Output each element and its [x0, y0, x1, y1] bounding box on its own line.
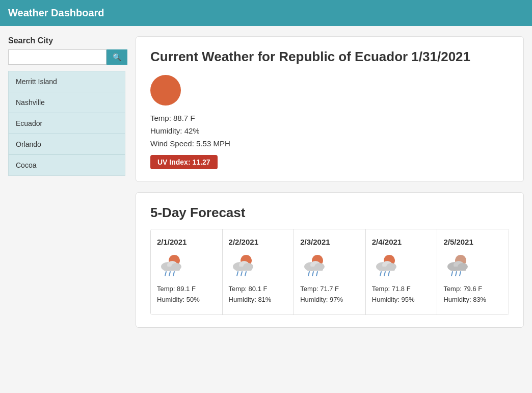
city-item-merritt-island[interactable]: Merritt Island [9, 71, 125, 92]
forecast-icon-4 [372, 252, 401, 278]
search-row: 🔍 [8, 49, 125, 65]
svg-line-7 [173, 272, 174, 276]
uv-index-badge: UV Index: 11.27 [150, 155, 218, 169]
forecast-temp-4: Temp: 71.8 F [372, 285, 431, 293]
city-list: Merritt Island Nashville Ecuador Orlando… [8, 71, 125, 176]
forecast-humidity-3: Humidity: 97% [300, 296, 359, 303]
forecast-humidity-5: Humidity: 83% [443, 296, 502, 303]
app-title: Weather Dashboard [8, 7, 104, 18]
forecast-temp-3: Temp: 71.7 F [300, 285, 359, 293]
forecast-temp-2: Temp: 80.1 F [229, 285, 288, 293]
svg-line-38 [456, 272, 457, 276]
svg-rect-28 [379, 267, 395, 271]
forecast-icon-5 [443, 252, 472, 278]
app-header: Weather Dashboard [0, 0, 532, 26]
search-label: Search City [8, 36, 125, 45]
current-temp: Temp: 88.7 F [150, 114, 509, 122]
forecast-humidity-4: Humidity: 95% [372, 296, 431, 303]
city-item-ecuador[interactable]: Ecuador [9, 113, 125, 134]
svg-line-37 [451, 272, 453, 276]
city-item-nashville[interactable]: Nashville [9, 92, 125, 113]
forecast-temp-5: Temp: 79.6 F [443, 285, 502, 293]
svg-rect-20 [307, 267, 323, 271]
svg-line-15 [245, 272, 246, 276]
svg-line-23 [316, 272, 317, 276]
forecast-day-1: 2/1/2021 [151, 229, 223, 315]
forecast-day-5: 2/5/2021 [437, 229, 509, 315]
forecast-day-4: 2/4/2021 Temp: 71.8 F [366, 229, 438, 315]
sidebar: Search City 🔍 Merritt Island Nashville E… [8, 36, 125, 328]
forecast-icon-3 [300, 252, 329, 278]
current-humidity: Humidity: 42% [150, 126, 509, 135]
weather-sun-icon [150, 75, 181, 106]
svg-line-13 [237, 272, 238, 276]
forecast-humidity-1: Humidity: 50% [157, 296, 216, 303]
forecast-date-2: 2/2/2021 [229, 238, 288, 246]
content-area: Current Weather for Republic of Ecuador … [136, 36, 524, 328]
svg-rect-12 [235, 267, 252, 271]
current-weather-card: Current Weather for Republic of Ecuador … [136, 36, 524, 182]
svg-line-39 [460, 272, 461, 276]
city-item-cocoa[interactable]: Cocoa [9, 155, 125, 175]
svg-line-5 [165, 272, 166, 276]
forecast-card: 5-Day Forecast 2/1/2021 [136, 192, 524, 328]
svg-line-31 [388, 272, 389, 276]
forecast-humidity-2: Humidity: 81% [229, 296, 288, 303]
forecast-icon-1 [157, 252, 185, 278]
svg-line-30 [384, 272, 385, 276]
svg-line-14 [241, 272, 242, 276]
city-item-orlando[interactable]: Orlando [9, 134, 125, 155]
svg-line-21 [308, 272, 309, 276]
forecast-grid: 2/1/2021 [150, 229, 509, 315]
forecast-day-2: 2/2/2021 Temp: 80.1 F [223, 229, 295, 315]
search-input[interactable] [8, 49, 107, 65]
search-icon: 🔍 [113, 53, 121, 61]
forecast-date-1: 2/1/2021 [157, 238, 216, 246]
forecast-temp-1: Temp: 89.1 F [157, 285, 216, 293]
svg-rect-36 [450, 267, 466, 271]
svg-line-6 [169, 272, 170, 276]
svg-line-29 [380, 272, 381, 276]
forecast-date-4: 2/4/2021 [372, 238, 431, 246]
forecast-date-3: 2/3/2021 [300, 238, 359, 246]
svg-rect-4 [164, 267, 180, 271]
svg-line-22 [312, 272, 313, 276]
forecast-date-5: 2/5/2021 [443, 238, 502, 246]
search-button[interactable]: 🔍 [107, 49, 127, 65]
main-layout: Search City 🔍 Merritt Island Nashville E… [0, 26, 532, 338]
forecast-day-3: 2/3/2021 Temp: 71.7 F [294, 229, 366, 315]
forecast-icon-2 [229, 252, 257, 278]
current-weather-title: Current Weather for Republic of Ecuador … [150, 49, 509, 65]
current-wind-speed: Wind Speed: 5.53 MPH [150, 139, 509, 148]
forecast-title: 5-Day Forecast [150, 205, 509, 221]
